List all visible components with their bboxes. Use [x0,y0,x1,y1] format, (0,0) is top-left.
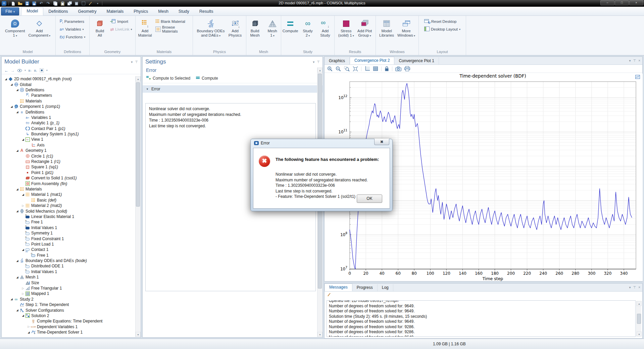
expanded-arrow-icon[interactable]: ◢ [15,188,19,191]
tab-mesh[interactable]: Mesh [153,8,174,15]
variables-button[interactable]: a=Variables▾ [58,26,87,33]
collapsed-arrow-icon[interactable]: ▷ [21,287,25,290]
desktop-layout-button[interactable]: Desktop Layout▾ [423,26,462,33]
tree-item-solver-configurations[interactable]: ◢Solver Configurations [2,307,135,313]
tab-definitions[interactable]: Definitions [43,8,73,15]
tree-item-symmetry-1[interactable]: DSymmetry 1 [2,230,135,236]
parameters-button[interactable]: PiParameters [58,18,87,25]
compute-button[interactable]: Compute [282,17,299,49]
add-component-button[interactable]: AddComponent ▾ [27,17,52,49]
reset-desktop-button[interactable]: ↻Reset Desktop [423,18,462,25]
tree-item-axis[interactable]: xyAxis [2,142,135,148]
pin-icon[interactable]: ⊤ [135,60,138,64]
tree-item-mesh-1[interactable]: ◢Mesh 1 [2,274,135,280]
tree-item-point-1[interactable]: Point 1(pt1) [2,170,135,175]
expanded-arrow-icon[interactable]: ◢ [15,210,19,213]
zoom-out-icon[interactable] [336,66,341,72]
expanded-arrow-icon[interactable]: ◢ [15,149,19,152]
tree-item-free-triangular-1[interactable]: ▷Free Triangular 1 [2,286,135,291]
zoom-in-icon[interactable] [327,66,333,72]
ok-button[interactable]: OK [357,194,382,203]
scroll-down-icon[interactable]: ▼ [317,332,323,337]
panel-menu-icon[interactable]: ▾ [629,286,631,289]
add-plot-group-button[interactable]: Add PlotGroup ▾ [356,17,373,49]
close-panel-icon[interactable]: × [638,59,640,62]
scroll-down-icon[interactable]: ▼ [136,332,141,337]
add-physics-button[interactable]: ↓AddPhysics [227,17,244,49]
model-libraries-button[interactable]: ModelLibraries [378,17,395,49]
tree-item-initial-values-1[interactable]: DInitial Values 1 [2,225,135,230]
collapsed-arrow-icon[interactable]: ▷ [27,325,31,328]
tree-item-definitions[interactable]: ◢Definitions [2,87,135,93]
mesh-1-button[interactable]: Mesh1 ▾ [264,17,281,49]
expanded-arrow-icon[interactable]: ◢ [21,314,25,317]
tree-item-parameters[interactable]: PiParameters [2,93,135,98]
tree-item-definitions[interactable]: ◢≡Definitions [2,109,135,115]
tab-convergence-plot-2[interactable]: Convergence Plot 2 [350,57,394,64]
tree-item-2d-model-090917-r6-mph[interactable]: ◢2D model 090917_r6.mph(root) [2,76,135,82]
livelink-button[interactable]: ⇄LiveLink▾ [109,26,133,33]
file-menu-button[interactable]: File ▾ [1,7,19,15]
dropdown-icon[interactable]: ▾ [24,69,26,72]
tree-item-free-1[interactable]: DFree 1 [2,219,135,225]
pin-icon[interactable]: ⊤ [633,286,636,289]
tree-item-materials[interactable]: Materials [2,98,135,104]
tab-geometry[interactable]: Geometry [73,8,102,15]
zoom-extents-icon[interactable] [353,66,358,72]
expanded-arrow-icon[interactable]: ◢ [21,248,25,251]
tree-item-material-2[interactable]: ▷Material 2(mat2) [2,203,135,208]
tree-item-geometry-1[interactable]: ◢AGeometry 1 [2,148,135,153]
tree-item-free-1[interactable]: DFree 1 [2,253,135,258]
tree-item-convert-to-solid-1[interactable]: Convert to Solid 1(csol1) [2,175,135,181]
collapsed-arrow-icon[interactable]: ▷ [21,204,25,207]
tree-item-time-dependent-solver-1[interactable]: ◢Time-Dependent Solver 1 [2,330,135,335]
collapsed-arrow-icon[interactable]: ▷ [21,292,25,295]
add-study-button[interactable]: ∞↓AddStudy [317,17,334,49]
expanded-arrow-icon[interactable]: ◢ [15,276,19,279]
tab-convergence-plot-1[interactable]: Convergence Plot 1 [394,57,439,64]
tab-progress[interactable]: Progress [352,284,378,291]
close-panel-icon[interactable]: × [638,286,640,289]
tree-item-basic[interactable]: Basic(def) [2,198,135,203]
build-mesh-button[interactable]: BuildMesh [247,17,263,49]
error-section-header[interactable]: ▼ Error [143,85,323,93]
panel-menu-icon[interactable]: ▾ [131,60,133,64]
tab-graphics[interactable]: Graphics [325,57,350,64]
tree-item-global[interactable]: ◢Global [2,82,135,87]
tab-log[interactable]: Log [378,284,393,291]
study-2-button[interactable]: ∞Study2 ▾ [299,17,316,49]
tree-item-distributed-ode-1[interactable]: DDistributed ODE 1 [2,263,135,269]
tab-model[interactable]: Model [21,7,43,15]
expanded-arrow-icon[interactable]: ◢ [15,111,19,114]
tree-item-solid-mechanics[interactable]: ◢Solid Mechanics(solid) [2,208,135,214]
boundary-odes-and-daes-button[interactable]: ddtBoundary ODEsand DAEs ▾ [195,17,226,49]
component-1-button[interactable]: ΩComponent1 ▾ [4,17,26,49]
tree-item-circle-1[interactable]: Circle 1(c1) [2,153,135,159]
tree-item-contact-1[interactable]: ◢DCContact 1 [2,247,135,252]
scrollbar-thumb[interactable] [637,314,641,324]
tree-item-component-1[interactable]: ◢ΩComponent 1(comp1) [2,104,135,109]
expand-all-icon[interactable]: ≡↓ [34,69,37,73]
tree-item-size[interactable]: Size [2,280,135,285]
tree-item-initial-values-1[interactable]: DInitial Values 1 [2,269,135,274]
messages-scrollbar[interactable]: ▲ ▼ [636,301,641,337]
tree-item-variables-1[interactable]: a=Variables 1 [2,115,135,120]
blank-material-button[interactable]: Blank Material [154,18,192,25]
zoom-box-icon[interactable] [344,66,350,72]
plot-settings-icon[interactable] [635,74,640,80]
tree-item-solution-2[interactable]: ◢Solution 2 [2,313,135,318]
tree-item-linear-elastic-material-1[interactable]: DLinear Elastic Material 1 [2,214,135,219]
tree-item-material-1[interactable]: ◢Material 1(mat1) [2,192,135,197]
expanded-arrow-icon[interactable]: ◢ [10,105,13,108]
panel-menu-icon[interactable]: ▾ [629,59,631,62]
tree-item-point-load-1[interactable]: DPoint Load 1 [2,242,135,247]
tree-item-square-1[interactable]: Square 1(sq1) [2,164,135,170]
tree-item-compile-equations-time-dependent[interactable]: ∂u∂tCompile Equations: Time Dependent [2,318,135,324]
functions-button[interactable]: f(x)Functions▾ [58,34,87,40]
model-tree-settings-icon[interactable] [40,68,44,73]
browse-materials-button[interactable]: Browse Materials [154,26,192,33]
add-material-button[interactable]: ↓AddMaterial [137,17,153,49]
expanded-arrow-icon[interactable]: ◢ [15,309,19,312]
tab-results[interactable]: Results [194,8,218,15]
scroll-down-icon[interactable]: ▼ [637,332,642,337]
